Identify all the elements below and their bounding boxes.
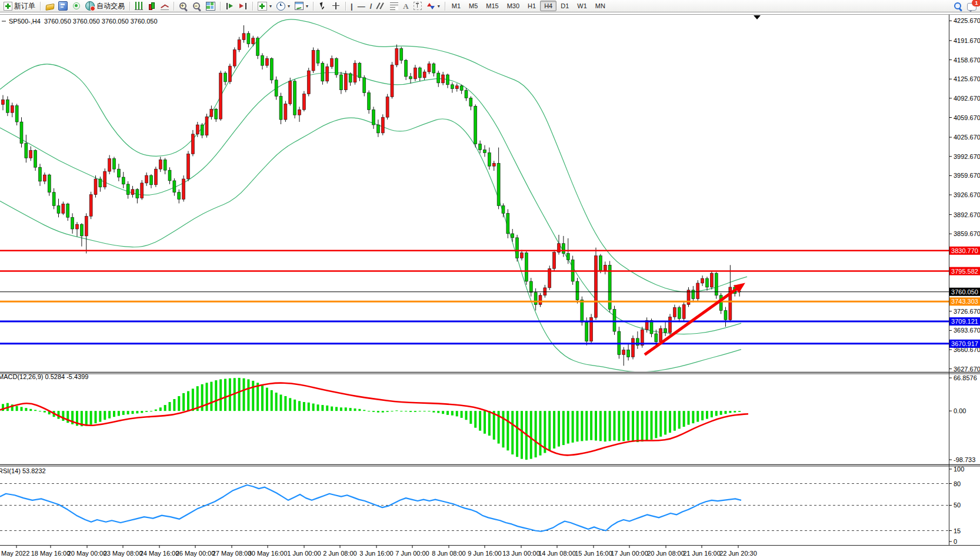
svg-text:21 Jun 16:00: 21 Jun 16:00	[683, 550, 721, 557]
timeframe-d1-button[interactable]: D1	[556, 1, 573, 11]
svg-text:100: 100	[954, 466, 964, 473]
symbol-ohlc-text: SP500-,H4 3760.050 3760.050 3760.050 376…	[9, 18, 158, 25]
indicators-icon	[258, 2, 267, 11]
vertical-line-icon: |	[351, 2, 353, 10]
toolbar-separator	[174, 2, 174, 11]
fibonacci-button[interactable]	[388, 0, 401, 12]
chat-icon[interactable]: 1	[965, 0, 979, 12]
toolbar-separator	[345, 2, 346, 11]
macd-layer	[0, 378, 748, 460]
svg-text:2 Jun 08:00: 2 Jun 08:00	[323, 550, 357, 557]
rsi-line	[0, 485, 741, 532]
profile-icon[interactable]	[43, 0, 56, 12]
timeframe-h1-button[interactable]: H1	[524, 1, 540, 11]
search-icon-icon	[954, 2, 962, 11]
toolbar-separator	[220, 2, 221, 11]
svg-text:20 Jun 08:00: 20 Jun 08:00	[647, 550, 685, 557]
chevron-down-icon[interactable]: ▾	[306, 4, 308, 9]
price-lines	[0, 251, 949, 344]
timeframe-w1-button[interactable]: W1	[573, 1, 591, 11]
timeframe-mn-button[interactable]: MN	[591, 1, 609, 11]
svg-text:17 Jun 00:00: 17 Jun 00:00	[611, 550, 648, 557]
svg-text:1 Jun 00:00: 1 Jun 00:00	[287, 550, 321, 557]
signal-icon[interactable]	[70, 0, 83, 12]
svg-text:26 May 00:00: 26 May 00:00	[176, 550, 215, 557]
svg-text:4125.670: 4125.670	[954, 75, 980, 82]
text-label-button[interactable]	[411, 0, 424, 12]
bar-chart-button[interactable]	[132, 0, 145, 12]
autotrading-button[interactable]: 自动交易	[83, 0, 127, 12]
periods-button[interactable]: ▾	[274, 0, 292, 12]
chart-marker-icon	[2, 21, 6, 22]
svg-text:3743.303: 3743.303	[951, 298, 978, 305]
timeframe-m1-button[interactable]: M1	[448, 1, 465, 11]
toolbar-separator	[129, 2, 130, 11]
svg-text:13 Jun 00:00: 13 Jun 00:00	[502, 550, 540, 557]
svg-text:-98.733: -98.733	[954, 456, 975, 463]
zoom-in-button[interactable]: +	[176, 0, 190, 12]
market-watch-icon[interactable]	[56, 0, 70, 12]
svg-text:30 May 16:00: 30 May 16:00	[248, 550, 288, 557]
bollinger-middle-band	[0, 72, 741, 334]
timeframe-m5-button[interactable]: M5	[465, 1, 482, 11]
chart-area[interactable]: 4225.6704191.6704158.6704125.6704092.670…	[0, 12, 980, 558]
text-button[interactable]: A	[401, 0, 411, 12]
trendline-icon: /	[370, 2, 372, 10]
text-icon: A	[403, 2, 408, 10]
timeframe-m15-button[interactable]: M15	[482, 1, 502, 11]
templates-button[interactable]: ▾	[292, 0, 311, 12]
equidistant-channel-button[interactable]	[374, 0, 388, 12]
rsi-layer	[0, 485, 741, 532]
chart-shift-button[interactable]	[236, 0, 250, 12]
new-order-button[interactable]: 新订单	[1, 0, 38, 12]
crosshair-button[interactable]	[329, 0, 343, 12]
templates-icon	[295, 2, 304, 10]
svg-text:66.8576: 66.8576	[954, 374, 977, 381]
svg-text:3859.670: 3859.670	[954, 230, 980, 237]
toolbar-separator	[313, 2, 314, 11]
autotrading-button-label: 自动交易	[96, 1, 125, 11]
svg-text:9 Jun 16:00: 9 Jun 16:00	[468, 550, 502, 557]
vertical-line-button[interactable]: |	[348, 0, 355, 12]
line-chart-button[interactable]	[158, 0, 171, 12]
cursor-button[interactable]	[316, 0, 329, 12]
chart-canvas[interactable]: 4225.6704191.6704158.6704125.6704092.670…	[0, 12, 980, 558]
autotrading-icon	[85, 1, 95, 11]
svg-text:80: 80	[954, 480, 961, 487]
toolbar: 新订单自动交易+−▾▾▾|—/A▾M1M5M15M30H1H4D1W1MN1	[0, 0, 980, 12]
search-icon[interactable]	[951, 0, 965, 12]
rsi-levels	[0, 484, 949, 531]
svg-text:3693.670: 3693.670	[954, 327, 980, 334]
chart-symbol-label: SP500-,H4 3760.050 3760.050 3760.050 376…	[2, 18, 158, 25]
auto-scroll-icon	[225, 2, 234, 11]
macd-indicator-label: MACD(12,26,9) 0.5284 -5.4399	[0, 373, 88, 380]
chevron-down-icon[interactable]: ▾	[269, 4, 272, 9]
svg-text:3670.917: 3670.917	[951, 340, 978, 347]
svg-text:4158.670: 4158.670	[954, 57, 980, 64]
zoom-out-button[interactable]: −	[190, 0, 204, 12]
chevron-down-icon[interactable]: ▾	[438, 4, 440, 9]
trendline-button[interactable]: /	[368, 0, 375, 12]
toolbar-separator	[40, 2, 41, 11]
svg-text:0.00: 0.00	[954, 407, 966, 414]
svg-text:3 Jun 16:00: 3 Jun 16:00	[359, 550, 394, 557]
fibonacci-icon	[390, 2, 398, 10]
equidistant-channel-icon	[376, 2, 385, 11]
tile-windows-button[interactable]	[204, 0, 218, 12]
svg-text:3992.670: 3992.670	[954, 153, 980, 160]
chart-shift-marker[interactable]	[754, 15, 761, 19]
chevron-down-icon[interactable]: ▾	[288, 4, 290, 9]
horizontal-line-button[interactable]: —	[355, 0, 368, 12]
svg-text:22 Jun 20:30: 22 Jun 20:30	[719, 550, 757, 557]
signal-icon-icon	[72, 2, 81, 10]
candlestick-chart-button[interactable]	[145, 0, 158, 12]
svg-text:4225.670: 4225.670	[954, 17, 980, 24]
svg-text:8 Jun 08:00: 8 Jun 08:00	[432, 550, 466, 557]
timeframe-h4-button[interactable]: H4	[540, 1, 556, 11]
timeframe-m30-button[interactable]: M30	[503, 1, 524, 11]
mt4-window: 新订单自动交易+−▾▾▾|—/A▾M1M5M15M30H1H4D1W1MN1 4…	[0, 0, 980, 558]
indicators-button[interactable]: ▾	[255, 0, 274, 12]
auto-scroll-button[interactable]	[223, 0, 236, 12]
time-axis: May 202218 May 16:0020 May 00:0023 May 0…	[1, 546, 757, 557]
arrows-button[interactable]: ▾	[424, 0, 442, 12]
